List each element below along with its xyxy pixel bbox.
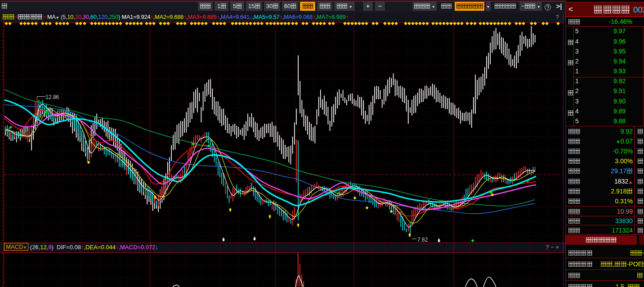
svg-text:12.86: 12.86 xyxy=(45,94,59,100)
svg-text:7.62: 7.62 xyxy=(417,237,428,243)
